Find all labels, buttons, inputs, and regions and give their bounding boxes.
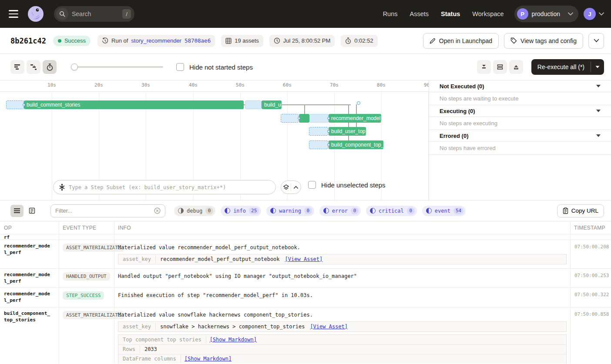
job-link[interactable]: story_recommender (131, 37, 181, 44)
filter-toggle-critical[interactable]: critical0 (366, 206, 417, 216)
log-info-text: Materialized value recommender_model_per… (118, 243, 567, 251)
filter-count-badge: 54 (453, 207, 463, 214)
column-separator[interactable] (59, 221, 59, 364)
run-actions-dropdown-button[interactable] (588, 33, 604, 49)
column-separator[interactable] (114, 221, 114, 364)
event-type-badge: HANDLED_OUTPUT (63, 272, 110, 281)
timing-view-button[interactable] (43, 60, 57, 74)
gantt-step-bar[interactable]: build_comment_stories (24, 100, 244, 109)
graph-layers-button[interactable] (281, 181, 291, 194)
filter-count-badge: 0 (205, 207, 213, 214)
gantt-wait-bar[interactable] (281, 114, 299, 123)
log-row-3[interactable]: build_component_top_storiesASSET_MATERIA… (0, 307, 611, 364)
metadata-label: asset_key (118, 323, 156, 331)
zoom-slider[interactable] (71, 63, 163, 70)
gantt-wait-bar[interactable] (309, 140, 328, 149)
reexecute-dropdown-button[interactable] (591, 59, 604, 75)
panel-section-header-2[interactable]: Errored (0) (429, 130, 611, 142)
log-info-text: Materialized value snowflake hackernews … (118, 311, 567, 319)
log-info-text: Handled output "perf_notebook" using IO … (118, 272, 567, 280)
gantt-step-bar[interactable]: recommender_model_ (329, 114, 381, 123)
metadata-link[interactable]: [View Asset] (284, 255, 327, 263)
log-row-2[interactable]: recommender_model_perfSTEP_SUCCESSFinish… (0, 288, 611, 307)
copy-url-button[interactable]: Copy URL (557, 204, 604, 217)
list-view-icon (13, 208, 20, 214)
panel-section-header-0[interactable]: Not Executed (0) (429, 80, 611, 92)
filter-toggle-debug[interactable]: debug0 (174, 206, 215, 216)
assets-count-pill[interactable]: 19 assets (221, 35, 263, 47)
panel-section-header-1[interactable]: Executing (0) (429, 105, 611, 117)
hide-unselected-label: Hide unselected steps (321, 181, 386, 189)
metadata-link[interactable]: [Show Markdown] (181, 355, 236, 363)
log-info-text: Finished execution of step "recommender_… (118, 291, 567, 299)
log-timestamp: 07:50:00.208 (570, 240, 611, 268)
dagster-logo-icon[interactable] (27, 5, 44, 23)
panel-bottom-button[interactable] (477, 60, 491, 74)
nav-link-workspace[interactable]: Workspace (472, 10, 504, 17)
gantt-queue-bar[interactable] (245, 100, 262, 109)
user-menu[interactable]: J (584, 8, 604, 20)
filter-count-badge: 25 (249, 207, 259, 214)
hamburger-menu-icon[interactable] (9, 8, 21, 20)
log-list-view-button[interactable] (10, 205, 24, 217)
collapse-subset-button[interactable] (291, 181, 301, 194)
log-row-0[interactable]: recommender_model_perfASSET_MATERIALIZAT… (0, 240, 611, 269)
hide-not-started-label: Hide not started steps (189, 63, 253, 71)
axis-tick-label: 20s (94, 82, 103, 88)
col-header-info: INFO (114, 225, 570, 231)
deployment-switcher[interactable]: P production (514, 6, 578, 22)
metadata-link[interactable]: [Show Markdown] (206, 336, 261, 344)
column-separator[interactable] (570, 221, 571, 364)
filter-toggle-warning[interactable]: warning0 (266, 206, 314, 216)
gantt-step-bar[interactable] (299, 114, 309, 123)
search-shortcut-key: / (122, 9, 131, 19)
gantt-wait-bar[interactable] (6, 100, 24, 109)
run-of-pill[interactable]: Run of story_recommender 58708ae6 (97, 35, 215, 47)
gantt-wait-bar[interactable] (309, 127, 328, 136)
gantt-queue-bar[interactable] (309, 114, 329, 123)
log-timestamp: 07:50:00.253 (570, 269, 611, 288)
nav-link-runs[interactable]: Runs (383, 10, 398, 17)
gantt-step-bar[interactable]: build_us (262, 100, 282, 109)
toggle-icon (370, 208, 376, 214)
nav-link-assets[interactable]: Assets (410, 10, 429, 17)
filter-label: warning (279, 208, 301, 214)
search-input[interactable]: Search / (54, 6, 134, 22)
reexecute-all-label[interactable]: Re-execute all (*) (531, 59, 591, 75)
reexecute-all-button[interactable]: Re-execute all (*) (531, 59, 604, 75)
view-tags-config-button[interactable]: View tags and config (504, 33, 583, 49)
run-hash-link[interactable]: 58708ae6 (185, 37, 211, 44)
nav-link-status[interactable]: Status (441, 10, 460, 17)
step-subset-input[interactable]: Type a Step Subset (ex: build_user_story… (53, 180, 276, 194)
flat-view-button[interactable] (10, 60, 24, 74)
waterfall-view-button[interactable] (27, 60, 40, 74)
chevron-down-icon (599, 12, 604, 16)
filter-toggle-event[interactable]: event54 (422, 206, 466, 216)
gantt-step-bar[interactable]: build_user_top_ (329, 127, 366, 136)
panel-section-title: Errored (0) (440, 133, 468, 139)
metadata-row: asset_keysnowflake > hackernews > compon… (118, 322, 566, 331)
panel-split-button[interactable] (493, 60, 507, 74)
clock-icon (274, 37, 280, 44)
hide-not-started-checkbox[interactable] (176, 63, 184, 71)
gantt-junction-dot-icon (23, 104, 25, 106)
log-filter-input[interactable]: Filter... (50, 204, 165, 217)
open-in-launchpad-button[interactable]: Open in Launchpad (423, 33, 499, 49)
panel-top-button[interactable] (509, 60, 523, 74)
metadata-label: Top component top stories (118, 336, 206, 344)
hide-unselected-checkbox[interactable] (308, 181, 316, 189)
stopwatch-icon (345, 37, 351, 44)
deployment-avatar: P (517, 8, 528, 20)
metadata-link[interactable]: [View Asset] (309, 323, 352, 331)
gantt-step-bar[interactable]: build_component_top_s (329, 140, 383, 149)
col-header-event-type: EVENT TYPE (59, 225, 114, 231)
log-row-partial[interactable]: rf (0, 234, 611, 240)
filter-label: event (435, 208, 450, 214)
filter-toggle-info[interactable]: info25 (221, 206, 261, 216)
log-row-1[interactable]: recommender_model_perfHANDLED_OUTPUTHand… (0, 269, 611, 288)
search-icon (56, 8, 68, 20)
filter-toggle-error[interactable]: error0 (319, 206, 361, 216)
clear-filter-icon[interactable] (154, 207, 161, 214)
zoom-slider-knob[interactable] (71, 63, 78, 70)
log-structured-view-button[interactable] (25, 205, 38, 217)
